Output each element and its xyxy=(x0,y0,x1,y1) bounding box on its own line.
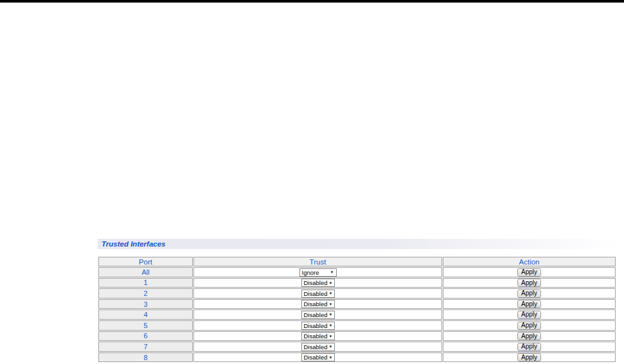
apply-button[interactable]: Apply xyxy=(517,332,541,340)
action-cell: Apply xyxy=(443,288,616,299)
table-row-port-2: 2 Disabled ▼ Apply xyxy=(98,288,616,299)
trust-select-value: Disabled xyxy=(304,300,328,308)
trust-select[interactable]: Disabled ▼ xyxy=(301,332,335,340)
apply-button[interactable]: Apply xyxy=(517,311,541,319)
chevron-down-icon: ▼ xyxy=(330,270,334,274)
apply-button[interactable]: Apply xyxy=(517,268,541,277)
apply-button[interactable]: Apply xyxy=(517,300,541,308)
port-label: 4 xyxy=(98,309,193,320)
table-row-port-6: 6 Disabled ▼ Apply xyxy=(98,331,616,342)
apply-button[interactable]: Apply xyxy=(517,353,541,361)
trust-cell: Disabled ▼ xyxy=(193,320,442,331)
apply-button[interactable]: Apply xyxy=(517,290,541,298)
trust-select[interactable]: Disabled ▼ xyxy=(301,311,335,319)
trust-select-value: Disabled xyxy=(304,311,328,318)
action-cell: Apply xyxy=(443,320,616,331)
apply-button[interactable]: Apply xyxy=(517,279,541,287)
action-cell: Apply xyxy=(443,267,616,277)
trusted-interfaces-table: Port Trust Action All Ignore ▼ Apply 1 xyxy=(98,256,616,363)
port-label: 5 xyxy=(98,320,193,331)
trust-select-value: Disabled xyxy=(304,279,328,286)
table-row-port-1: 1 Disabled ▼ Apply xyxy=(98,278,616,288)
trust-cell: Disabled ▼ xyxy=(193,342,442,352)
table-row-port-4: 4 Disabled ▼ Apply xyxy=(98,309,616,320)
action-cell: Apply xyxy=(443,352,616,363)
trust-select-value: Ignore xyxy=(302,269,319,276)
chevron-down-icon: ▼ xyxy=(328,302,332,306)
trust-select-value: Disabled xyxy=(304,333,328,340)
chevron-down-icon: ▼ xyxy=(328,281,332,285)
port-label: All xyxy=(98,267,193,277)
trust-cell: Disabled ▼ xyxy=(193,288,442,299)
trust-select[interactable]: Disabled ▼ xyxy=(301,279,335,287)
header-row: Port Trust Action xyxy=(98,257,616,266)
trust-select[interactable]: Disabled ▼ xyxy=(301,343,335,351)
chevron-down-icon: ▼ xyxy=(328,313,332,316)
chevron-down-icon: ▼ xyxy=(328,324,332,327)
action-cell: Apply xyxy=(443,299,616,309)
port-label: 3 xyxy=(98,299,193,309)
table-row-port-5: 5 Disabled ▼ Apply xyxy=(98,320,616,331)
trust-cell: Ignore ▼ xyxy=(193,267,442,277)
trust-select[interactable]: Ignore ▼ xyxy=(299,268,337,277)
port-label: 8 xyxy=(98,352,193,363)
column-header-port: Port xyxy=(98,257,193,266)
top-border-bar xyxy=(0,0,624,3)
column-header-trust: Trust xyxy=(193,257,442,266)
action-cell: Apply xyxy=(443,342,616,352)
trust-select-value: Disabled xyxy=(304,354,328,361)
trusted-interfaces-panel: Trusted Interfaces Port Trust Action All… xyxy=(98,239,616,363)
port-label: 6 xyxy=(98,331,193,342)
action-cell: Apply xyxy=(443,309,616,320)
trust-select-value: Disabled xyxy=(304,343,328,351)
table-row-port-8: 8 Disabled ▼ Apply xyxy=(98,352,616,363)
trust-select[interactable]: Disabled ▼ xyxy=(301,290,335,298)
chevron-down-icon: ▼ xyxy=(328,291,332,295)
trust-cell: Disabled ▼ xyxy=(193,309,442,320)
chevron-down-icon: ▼ xyxy=(328,345,332,349)
panel-title: Trusted Interfaces xyxy=(98,239,616,249)
chevron-down-icon: ▼ xyxy=(328,334,332,338)
trust-select[interactable]: Disabled ▼ xyxy=(301,353,335,361)
action-cell: Apply xyxy=(443,278,616,288)
port-label: 7 xyxy=(98,342,193,352)
port-label: 2 xyxy=(98,288,193,299)
action-cell: Apply xyxy=(443,331,616,342)
trust-select-value: Disabled xyxy=(304,322,328,329)
chevron-down-icon: ▼ xyxy=(328,356,332,360)
column-header-action: Action xyxy=(443,257,616,266)
trust-select[interactable]: Disabled ▼ xyxy=(301,322,335,330)
trust-cell: Disabled ▼ xyxy=(193,331,442,342)
apply-button[interactable]: Apply xyxy=(517,343,541,351)
trust-cell: Disabled ▼ xyxy=(193,299,442,309)
trust-select[interactable]: Disabled ▼ xyxy=(301,300,335,308)
port-label: 1 xyxy=(98,278,193,288)
trust-select-value: Disabled xyxy=(304,290,328,297)
table-row-port-7: 7 Disabled ▼ Apply xyxy=(98,342,616,352)
table-row-all: All Ignore ▼ Apply xyxy=(98,267,616,277)
trust-cell: Disabled ▼ xyxy=(193,278,442,288)
trust-cell: Disabled ▼ xyxy=(193,352,442,363)
table-row-port-3: 3 Disabled ▼ Apply xyxy=(98,299,616,309)
apply-button[interactable]: Apply xyxy=(517,322,541,330)
